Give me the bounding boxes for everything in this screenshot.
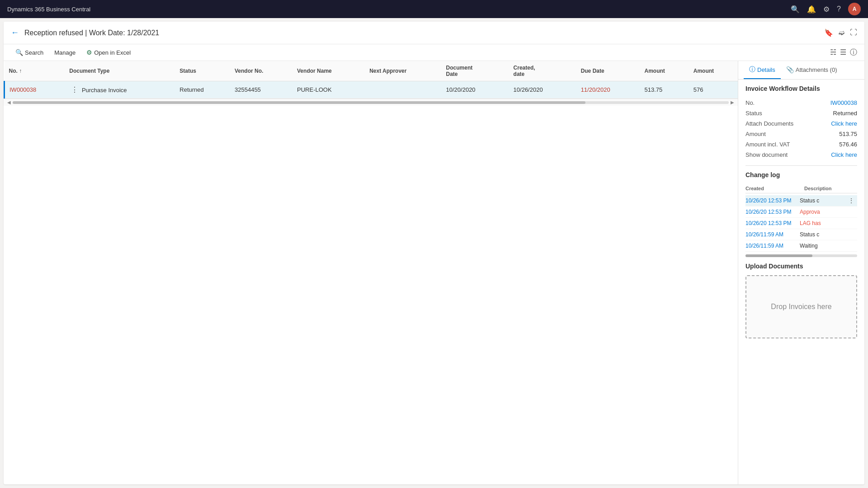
cell-created-date: 10/26/2020: [509, 81, 576, 99]
no-label: No.: [745, 99, 755, 106]
col-vendor-no[interactable]: Vendor No.: [230, 61, 292, 81]
right-panel: ⓘ Details 📎 Attachments (0) Invoice Work…: [738, 61, 864, 484]
no-value[interactable]: IW000038: [830, 99, 857, 106]
table-area[interactable]: No. ↑ Document Type Status Vendor No. Ve…: [4, 61, 738, 484]
user-avatar[interactable]: A: [848, 3, 861, 15]
page-header: ← Reception refused | Work Date: 1/28/20…: [4, 22, 864, 44]
changelog-created-4[interactable]: 10/26/11:59 AM: [745, 243, 800, 249]
upload-section: Upload Documents Drop Invoices here: [745, 263, 857, 338]
changelog-section: Change log Created Description 10/26/20 …: [745, 171, 857, 257]
cell-status: Returned: [175, 81, 230, 99]
table-header-row: No. ↑ Document Type Status Vendor No. Ve…: [5, 61, 738, 81]
changelog-entry-2: 10/26/20 12:53 PM LAG has: [745, 218, 857, 229]
changelog-scrollbar-thumb[interactable]: [745, 254, 812, 257]
col-doc-date[interactable]: DocumentDate: [442, 61, 509, 81]
horizontal-scrollbar[interactable]: ◀ ▶: [4, 99, 738, 106]
detail-row-show-doc: Show document Click here: [745, 150, 857, 160]
amount-label: Amount: [745, 131, 766, 137]
changelog-desc-2: LAG has: [800, 220, 857, 226]
amount-value: 513.75: [839, 131, 857, 137]
page-title: Reception refused | Work Date: 1/28/2021: [24, 29, 824, 37]
bell-icon[interactable]: 🔔: [807, 5, 816, 14]
detail-row-no: No. IW000038: [745, 98, 857, 108]
changelog-entry-0: 10/26/20 12:53 PM Status c ⋮: [745, 195, 857, 206]
list-view-icon[interactable]: ☰: [840, 48, 846, 57]
col-no[interactable]: No. ↑: [5, 61, 65, 81]
scroll-right-button[interactable]: ▶: [731, 100, 734, 105]
changelog-header: Created Description: [745, 184, 857, 193]
amount-vat-label: Amount incl. VAT: [745, 141, 790, 148]
changelog-created-3[interactable]: 10/26/11:59 AM: [745, 231, 800, 238]
detail-row-amount: Amount 513.75: [745, 129, 857, 139]
changelog-created-1[interactable]: 10/26/20 12:53 PM: [745, 209, 800, 215]
show-doc-label: Show document: [745, 151, 788, 158]
amount-vat-value: 576.46: [839, 141, 857, 148]
changelog-entry-1: 10/26/20 12:53 PM Approva: [745, 206, 857, 218]
fullscreen-icon[interactable]: ⛶: [850, 28, 857, 37]
changelog-desc-3: Status c: [800, 231, 857, 238]
col-next-approver[interactable]: Next Approver: [365, 61, 441, 81]
search-icon: 🔍: [15, 49, 23, 56]
cell-no[interactable]: IW000038: [5, 81, 65, 99]
cell-vendor-name: PURE-LOOK: [292, 81, 365, 99]
col-amount2[interactable]: Amount: [689, 61, 738, 81]
changelog-menu-button-0[interactable]: ⋮: [846, 196, 856, 205]
col-created-date[interactable]: Created,date: [509, 61, 576, 81]
col-doc-type[interactable]: Document Type: [65, 61, 175, 81]
drop-zone-label: Drop Invoices here: [771, 302, 831, 312]
upload-drop-zone[interactable]: Drop Invoices here: [745, 275, 857, 338]
scrollbar-track[interactable]: [13, 101, 729, 104]
toolbar: 🔍 Search Manage ⚙ Open in Excel ☵ ☰ ⓘ: [4, 44, 864, 61]
panel-tabs: ⓘ Details 📎 Attachments (0): [738, 61, 864, 80]
details-tab-icon: ⓘ: [749, 66, 755, 74]
tab-attachments[interactable]: 📎 Attachments (0): [781, 61, 843, 79]
changelog-desc-4: Waiting: [800, 243, 857, 249]
changelog-title: Change log: [745, 171, 857, 178]
cell-doc-type: ⋮ Purchase Invoice: [65, 81, 175, 99]
open-excel-button[interactable]: ⚙ Open in Excel: [82, 47, 135, 58]
top-bar-left: Dynamics 365 Business Central: [7, 6, 90, 13]
share-icon[interactable]: ➫: [839, 28, 844, 37]
top-bar-right: 🔍 🔔 ⚙ ? A: [791, 3, 861, 15]
search-button[interactable]: 🔍 Search: [11, 47, 48, 58]
changelog-created-2[interactable]: 10/26/20 12:53 PM: [745, 220, 800, 226]
filter-icon[interactable]: ☵: [830, 48, 836, 57]
attach-label: Attach Documents: [745, 120, 793, 127]
changelog-entry-3: 10/26/11:59 AM Status c: [745, 229, 857, 240]
col-amount[interactable]: Amount: [640, 61, 689, 81]
col-status[interactable]: Status: [175, 61, 230, 81]
tab-details[interactable]: ⓘ Details: [744, 61, 781, 79]
data-table: No. ↑ Document Type Status Vendor No. Ve…: [4, 61, 738, 99]
cell-doc-date: 10/20/2020: [442, 81, 509, 99]
back-button[interactable]: ←: [11, 28, 19, 38]
changelog-created-0[interactable]: 10/26/20 12:53 PM: [745, 197, 800, 204]
scrollbar-thumb[interactable]: [13, 101, 585, 104]
attach-value[interactable]: Click here: [831, 120, 857, 127]
search-icon[interactable]: 🔍: [791, 5, 800, 14]
show-doc-value[interactable]: Click here: [831, 151, 857, 158]
page-header-actions: 🔖 ➫ ⛶: [824, 28, 857, 37]
status-value: Returned: [833, 110, 857, 117]
scroll-left-button[interactable]: ◀: [7, 100, 11, 105]
section-title: Invoice Workflow Details: [745, 85, 857, 92]
col-vendor-name[interactable]: Vendor Name: [292, 61, 365, 81]
settings-icon[interactable]: ⚙: [823, 5, 830, 14]
changelog-entry-4: 10/26/11:59 AM Waiting: [745, 240, 857, 252]
invoice-link[interactable]: IW000038: [9, 86, 36, 93]
changelog-col-description: Description: [804, 186, 857, 191]
changelog-col-created: Created: [745, 186, 804, 191]
divider: [745, 165, 857, 166]
attachments-tab-icon: 📎: [786, 66, 794, 73]
toolbar-right: ☵ ☰ ⓘ: [830, 48, 857, 57]
status-label: Status: [745, 110, 762, 117]
info-icon[interactable]: ⓘ: [850, 48, 857, 57]
help-icon[interactable]: ?: [837, 5, 841, 13]
col-due-date[interactable]: Due Date: [576, 61, 640, 81]
changelog-scrollbar[interactable]: [745, 254, 857, 257]
main-content: No. ↑ Document Type Status Vendor No. Ve…: [4, 61, 864, 484]
row-menu-button[interactable]: ⋮: [69, 84, 80, 95]
table-row[interactable]: IW000038 ⋮ Purchase Invoice Returned 325…: [5, 81, 738, 99]
manage-button[interactable]: Manage: [50, 47, 80, 58]
cell-amount2: 576: [689, 81, 738, 99]
bookmark-icon[interactable]: 🔖: [824, 28, 833, 37]
